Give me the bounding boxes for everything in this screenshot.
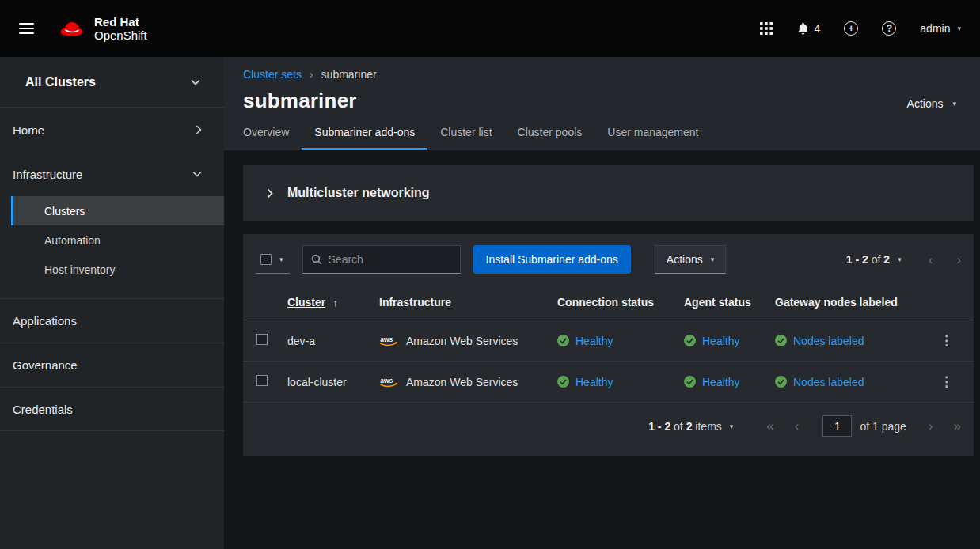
cluster-switcher[interactable]: All Clusters <box>0 57 224 108</box>
first-page-button[interactable]: « <box>766 419 773 433</box>
cluster-name: dev-a <box>281 320 373 362</box>
gateway-nodes-link[interactable]: Nodes labeled <box>793 335 864 347</box>
sidebar-item-infrastructure[interactable]: Infrastructure <box>0 152 224 196</box>
connection-status-link[interactable]: Healthy <box>575 376 613 388</box>
column-header-infrastructure: Infrastructure <box>373 286 551 320</box>
page-header: Cluster sets › submariner submariner Act… <box>224 57 980 150</box>
table-row: local-cluster aws Amazon Web Servi <box>243 362 974 403</box>
sidebar-item-label: Clusters <box>44 205 85 218</box>
sidebar-item-applications[interactable]: Applications <box>0 298 224 343</box>
agent-status-link[interactable]: Healthy <box>702 376 739 388</box>
sort-by-cluster-button[interactable]: Cluster ↑ <box>287 296 338 309</box>
expandable-section-title: Multicluster networking <box>287 186 430 200</box>
tab-user-management[interactable]: User management <box>594 126 711 150</box>
apps-grid-button[interactable] <box>760 22 773 35</box>
sidebar-item-label: Automation <box>44 234 101 247</box>
page-title: submariner <box>243 89 357 113</box>
infrastructure-provider: Amazon Web Services <box>406 376 518 388</box>
next-page-button[interactable]: › <box>956 253 961 267</box>
apps-grid-icon <box>760 22 773 35</box>
main-content: Cluster sets › submariner submariner Act… <box>224 57 980 549</box>
svg-text:aws: aws <box>380 335 393 343</box>
notifications-button[interactable]: 4 <box>796 22 821 36</box>
bell-icon <box>796 22 810 36</box>
pagination-items-range[interactable]: 1 - 2 of 2 items <box>648 420 722 433</box>
caret-down-icon[interactable]: ▾ <box>898 256 902 263</box>
search-icon <box>311 254 322 265</box>
import-cluster-button[interactable]: + <box>844 21 858 36</box>
next-page-button[interactable]: › <box>929 419 933 433</box>
redhat-openshift-logo: Red Hat OpenShift <box>58 15 147 43</box>
last-page-button[interactable]: » <box>954 419 961 433</box>
brand-line2: OpenShift <box>94 28 147 42</box>
sidebar-item-host-inventory[interactable]: Host inventory <box>11 255 224 284</box>
sidebar-group: Applications Governance Credentials <box>0 298 224 431</box>
search-box <box>302 245 461 274</box>
toolbar-actions-dropdown[interactable]: Actions ▾ <box>655 245 726 274</box>
sidebar-item-label: Home <box>13 123 44 137</box>
hamburger-menu-icon[interactable] <box>19 23 34 34</box>
infrastructure-provider: Amazon Web Services <box>406 335 518 347</box>
connection-status-link[interactable]: Healthy <box>575 335 613 347</box>
check-circle-icon <box>775 335 787 346</box>
install-submariner-button[interactable]: Install Submariner add-ons <box>473 245 631 274</box>
agent-status-link[interactable]: Healthy <box>702 335 739 347</box>
submariner-addons-card: ▾ Install Submariner add-ons Actions <box>243 234 974 456</box>
prev-page-button[interactable]: ‹ <box>929 253 933 267</box>
table-header-row: Cluster ↑ Infrastructure Connection stat… <box>243 286 974 320</box>
checkbox-column-header <box>243 286 281 320</box>
check-circle-icon <box>557 335 569 346</box>
select-all-checkbox[interactable] <box>260 254 272 265</box>
tab-submariner-add-ons[interactable]: Submariner add-ons <box>302 126 427 150</box>
sidebar-item-label: Credentials <box>13 403 73 416</box>
page-actions-dropdown[interactable]: Actions ▾ <box>907 97 956 113</box>
page-actions-label: Actions <box>907 97 944 110</box>
column-header-connection-status: Connection status <box>551 286 678 320</box>
row-checkbox[interactable] <box>256 375 268 386</box>
sidebar-item-label: Governance <box>13 358 78 372</box>
table-toolbar: ▾ Install Submariner add-ons Actions <box>243 234 974 286</box>
caret-down-icon[interactable]: ▾ <box>730 422 734 430</box>
tab-bar: Overview Submariner add-ons Cluster list… <box>224 113 980 150</box>
app-window: Red Hat OpenShift 4 + <box>0 0 980 549</box>
row-kebab-menu[interactable]: ⋮ <box>933 373 959 390</box>
current-page-input[interactable] <box>822 415 852 437</box>
chevron-right-icon <box>196 125 202 134</box>
prev-page-button[interactable]: ‹ <box>795 419 800 433</box>
user-name: admin <box>920 22 950 35</box>
tab-cluster-pools[interactable]: Cluster pools <box>505 126 595 150</box>
breadcrumb: Cluster sets › submariner <box>224 68 980 81</box>
caret-down-icon: ▾ <box>711 256 715 263</box>
search-input[interactable] <box>329 253 452 266</box>
sidebar-item-home[interactable]: Home <box>0 108 224 152</box>
pagination-range[interactable]: 1 - 2 of 2 <box>846 253 890 266</box>
caret-down-icon: ▾ <box>279 256 283 263</box>
column-header-cluster: Cluster ↑ <box>281 286 373 320</box>
check-circle-icon <box>775 376 787 388</box>
sidebar-item-credentials[interactable]: Credentials <box>0 387 224 431</box>
help-button[interactable]: ? <box>882 21 896 36</box>
sidebar-item-automation[interactable]: Automation <box>11 225 224 255</box>
chevron-down-icon <box>191 79 200 85</box>
multicluster-networking-expandable[interactable]: Multicluster networking <box>243 165 974 221</box>
question-circle-icon: ? <box>882 21 896 36</box>
aws-icon: aws <box>379 376 400 388</box>
row-checkbox[interactable] <box>256 334 268 345</box>
user-menu[interactable]: admin ▾ <box>920 22 961 35</box>
infrastructure-subnav: Clusters Automation Host inventory <box>11 196 224 284</box>
tab-cluster-list[interactable]: Cluster list <box>427 126 504 150</box>
row-kebab-menu[interactable]: ⋮ <box>933 332 959 349</box>
bottom-pagination: 1 - 2 of 2 items ▾ « ‹ of 1 page › » <box>243 403 974 451</box>
gateway-nodes-link[interactable]: Nodes labeled <box>793 376 864 388</box>
masthead: Red Hat OpenShift 4 + <box>0 0 980 57</box>
column-header-agent-status: Agent status <box>678 286 769 320</box>
breadcrumb-current: submariner <box>321 68 377 81</box>
cluster-name: local-cluster <box>281 362 373 403</box>
sidebar-item-governance[interactable]: Governance <box>0 343 224 387</box>
sidebar-item-clusters[interactable]: Clusters <box>11 196 224 225</box>
page-content: Multicluster networking ▾ <box>224 150 980 549</box>
breadcrumb-cluster-sets-link[interactable]: Cluster sets <box>243 68 302 81</box>
bulk-select-dropdown[interactable]: ▾ <box>256 245 290 274</box>
tab-overview[interactable]: Overview <box>230 126 302 150</box>
caret-down-icon: ▾ <box>957 25 961 32</box>
